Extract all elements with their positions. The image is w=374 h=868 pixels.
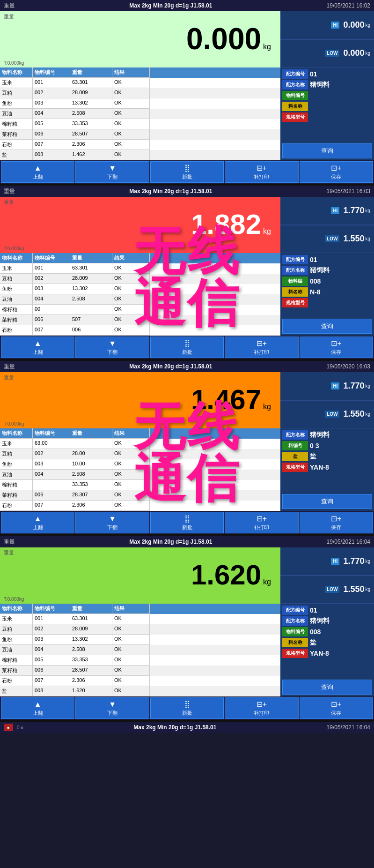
low-value: 1.550 bbox=[343, 409, 364, 419]
btn-补打印[interactable]: ⊟+ 补打印 bbox=[225, 337, 298, 358]
btn-补打印[interactable]: ⊟+ 补打印 bbox=[225, 161, 298, 183]
query-button[interactable]: 查询 bbox=[282, 494, 372, 509]
info-label-2: 物料编号 bbox=[282, 627, 308, 636]
info-label-3: 料名称 bbox=[282, 638, 308, 647]
btn-上翻[interactable]: ▲ 上翻 bbox=[1, 512, 74, 533]
header-cell-3: 结果 bbox=[112, 604, 150, 614]
tare-value: T:0.000kg bbox=[4, 246, 24, 251]
btn-新批[interactable]: ⣿ 新批 bbox=[150, 697, 224, 719]
cell-2-1: 003 bbox=[33, 459, 70, 470]
header-cell-1: 物料编号 bbox=[33, 428, 70, 439]
low-value: 1.550 bbox=[343, 234, 364, 244]
btn-新批[interactable]: ⣿ 新批 bbox=[150, 512, 224, 533]
cell-4-2: 33.353 bbox=[70, 655, 112, 666]
btn-新批[interactable]: ⣿ 新批 bbox=[150, 161, 224, 183]
header-cell-1: 物料编号 bbox=[33, 253, 70, 263]
cell-2-0: 鱼粉 bbox=[0, 635, 33, 645]
btn-下翻[interactable]: ▼ 下翻 bbox=[75, 161, 149, 183]
weight-main: 重量 T:0.000kg 1.882 kg bbox=[0, 197, 280, 253]
query-row: 查询 bbox=[282, 317, 372, 334]
weight-main: 重量 T:0.000kg 1.620 kg bbox=[0, 547, 280, 604]
btn-下翻[interactable]: ▼ 下翻 bbox=[75, 512, 149, 533]
app: 重量 Max 2kg Min 20g d=1g J1.58.01 19/05/2… bbox=[0, 0, 374, 733]
btn-下翻[interactable]: ▼ 下翻 bbox=[75, 697, 149, 719]
cell-2-3: OK bbox=[112, 284, 150, 294]
info-label-1: 配方名称 bbox=[282, 80, 308, 90]
table-row: 棉籽粕00OK bbox=[0, 305, 280, 315]
info-value-0: 01 bbox=[310, 256, 372, 263]
table-row: 豆油0042.508OK bbox=[0, 294, 280, 305]
info-label-3: 规格型号 bbox=[282, 463, 308, 472]
btn-下翻[interactable]: ▼ 下翻 bbox=[75, 337, 149, 358]
top-bar: 重量 Max 2kg Min 20g d=1g J1.58.01 19/05/2… bbox=[0, 186, 374, 197]
cell-3-2: 2.508 bbox=[70, 109, 112, 119]
btn-label-0: 上翻 bbox=[33, 524, 43, 531]
cell-2-1: 003 bbox=[33, 98, 70, 109]
header-cell-2: 重量 bbox=[70, 67, 112, 78]
btn-保存[interactable]: ⊡+ 保存 bbox=[300, 161, 373, 183]
weight-label: 重量 bbox=[4, 199, 14, 206]
table-row: 棉籽粕00533.353OK bbox=[0, 119, 280, 129]
btn-补打印[interactable]: ⊟+ 补打印 bbox=[225, 697, 298, 719]
cell-5-3: OK bbox=[112, 315, 150, 325]
info-label-3: 料名称 bbox=[282, 102, 308, 111]
header-cell-3: 结果 bbox=[112, 428, 150, 439]
cell-5-0: 菜籽粕 bbox=[0, 490, 33, 501]
low-row: LOW 0.000 kg bbox=[280, 39, 374, 68]
cell-3-2: 2.508 bbox=[70, 645, 112, 655]
low-value: 0.000 bbox=[343, 48, 364, 58]
cell-1-0: 豆粕 bbox=[0, 88, 33, 98]
query-button[interactable]: 查询 bbox=[282, 319, 372, 334]
hi-value: 1.770 bbox=[343, 556, 364, 566]
hi-value: 1.770 bbox=[343, 381, 364, 391]
cell-7-2: 1.620 bbox=[70, 686, 112, 696]
cell-6-1: 007 bbox=[33, 325, 70, 336]
info-value-0: 01 bbox=[310, 606, 372, 614]
tare-value: T:0.000kg bbox=[4, 60, 24, 66]
table-row: 盐0081.620OK bbox=[0, 686, 280, 696]
low-unit: kg bbox=[365, 51, 370, 56]
cell-1-0: 豆粕 bbox=[0, 449, 33, 459]
info-row-2: 物料编号 bbox=[282, 91, 372, 100]
btn-保存[interactable]: ⊡+ 保存 bbox=[300, 697, 373, 719]
header-cell-2: 重量 bbox=[70, 253, 112, 263]
cell-4-2: 33.353 bbox=[70, 480, 112, 490]
table-row: 鱼粉00313.302OK bbox=[0, 284, 280, 294]
cell-6-1: 007 bbox=[33, 140, 70, 150]
button-bar: ▲ 上翻 ▼ 下翻 ⣿ 新批 ⊟+ 补打印 ⊡+ 保存 bbox=[0, 160, 374, 184]
header-cell-2: 重量 bbox=[70, 428, 112, 439]
table-row: 豆油0042.508OK bbox=[0, 645, 280, 655]
hi-value: 0.000 bbox=[343, 20, 364, 30]
btn-新批[interactable]: ⣿ 新批 bbox=[150, 337, 224, 358]
top-bar: 重量 Max 2kg Min 20g d=1g J1.58.01 19/05/2… bbox=[0, 536, 374, 547]
btn-上翻[interactable]: ▲ 上翻 bbox=[1, 337, 74, 358]
hi-value: 1.770 bbox=[343, 206, 364, 216]
weight-label: 重量 bbox=[4, 549, 14, 556]
info-row-0: 配方编号01 bbox=[282, 69, 372, 79]
table-row: 棉籽粕00533.353OK bbox=[0, 655, 280, 666]
btn-上翻[interactable]: ▲ 上翻 bbox=[1, 697, 74, 719]
cell-3-3: OK bbox=[112, 294, 150, 305]
cell-6-0: 石粉 bbox=[0, 325, 33, 336]
table-row: 菜籽粕00628.507OK bbox=[0, 666, 280, 676]
info-value-1: 猪饲料 bbox=[310, 266, 372, 275]
query-button[interactable]: 查询 bbox=[282, 143, 372, 158]
btn-上翻[interactable]: ▲ 上翻 bbox=[1, 161, 74, 183]
cell-6-3: OK bbox=[112, 676, 150, 686]
cell-1-1: 002 bbox=[33, 624, 70, 635]
top-bar-left: 重量 bbox=[4, 187, 15, 195]
query-button[interactable]: 查询 bbox=[282, 680, 372, 695]
table-area: 物料名称物料编号重量结果玉米00163.301OK豆粕00228.009OK鱼粉… bbox=[0, 67, 374, 160]
btn-补打印[interactable]: ⊟+ 补打印 bbox=[225, 512, 298, 533]
info-panel: 配方编号01配方名称猪饲料物料编号008料名称盐规格型号YAN-8查询 bbox=[280, 604, 374, 696]
low-row: LOW 1.550 kg bbox=[280, 400, 374, 429]
weight-area: 重量 T:0.000kg 1.882 kg HI 1.770 kg LOW 1.… bbox=[0, 197, 374, 253]
header-cell-1: 物料编号 bbox=[33, 604, 70, 614]
btn-保存[interactable]: ⊡+ 保存 bbox=[300, 512, 373, 533]
btn-保存[interactable]: ⊡+ 保存 bbox=[300, 337, 373, 358]
btn-label-1: 下翻 bbox=[107, 173, 117, 180]
table-header: 物料名称物料编号重量结果 bbox=[0, 253, 280, 263]
cell-3-1: 004 bbox=[33, 645, 70, 655]
cell-2-3: OK bbox=[112, 635, 150, 645]
cell-4-2: 33.353 bbox=[70, 119, 112, 129]
